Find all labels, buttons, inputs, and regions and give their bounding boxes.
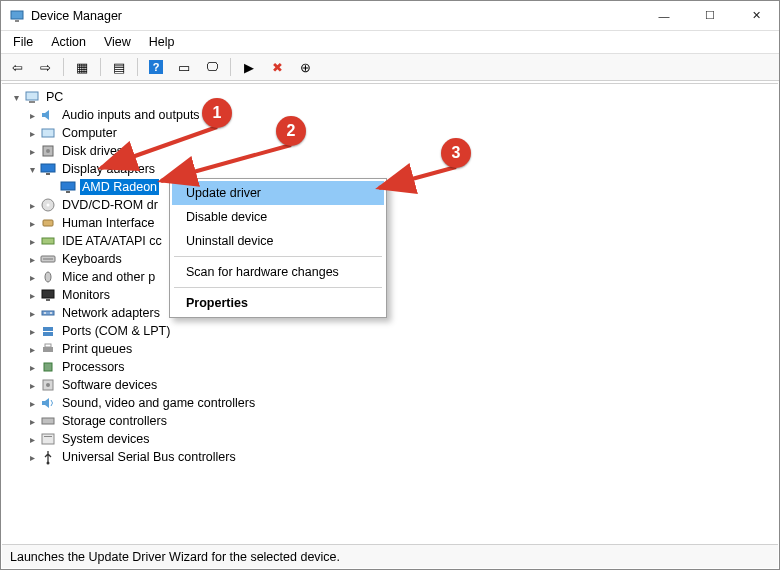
- tree-expander-icon[interactable]: ▾: [8, 92, 24, 103]
- maximize-button[interactable]: ☐: [687, 1, 733, 31]
- forward-icon: ⇨: [40, 60, 51, 75]
- toolbar-remove-button[interactable]: ✖: [265, 56, 289, 78]
- tree-category-18[interactable]: ▸Universal Serial Bus controllers: [2, 448, 778, 466]
- tree-node-label: Storage controllers: [62, 414, 167, 428]
- tree-category-13[interactable]: ▸Processors: [2, 358, 778, 376]
- tree-expander-icon[interactable]: ▸: [24, 290, 40, 301]
- svg-rect-25: [43, 332, 53, 336]
- toolbar-enable-button[interactable]: ▶: [237, 56, 261, 78]
- close-button[interactable]: ✕: [733, 1, 779, 31]
- tree-expander-icon[interactable]: ▸: [24, 128, 40, 139]
- tree-expander-icon[interactable]: ▸: [24, 200, 40, 211]
- tree-category-5[interactable]: ▸Human Interface: [2, 214, 778, 232]
- tree-expander-icon[interactable]: ▸: [24, 434, 40, 445]
- toolbar-update-driver-button[interactable]: ⊕: [293, 56, 317, 78]
- svg-rect-27: [45, 344, 51, 347]
- tree-node-label: Disk drives: [62, 144, 123, 158]
- tree-expander-icon[interactable]: ▾: [24, 164, 40, 175]
- menu-file[interactable]: File: [5, 33, 41, 51]
- toolbar-forward-button[interactable]: ⇨: [33, 56, 57, 78]
- toolbar-scan-hardware-button[interactable]: ▭: [172, 56, 196, 78]
- svg-point-7: [46, 149, 50, 153]
- tree-expander-icon[interactable]: ▸: [24, 416, 40, 427]
- tree-expander-icon[interactable]: ▸: [24, 218, 40, 229]
- tree-expander-icon[interactable]: ▸: [24, 326, 40, 337]
- tree-expander-icon[interactable]: ▸: [24, 236, 40, 247]
- tree-expander-icon[interactable]: ▸: [24, 308, 40, 319]
- svg-point-23: [50, 312, 52, 314]
- statusbar: Launches the Update Driver Wizard for th…: [2, 544, 778, 568]
- context-menu-separator: [174, 287, 382, 288]
- svg-rect-32: [42, 418, 54, 424]
- enable-icon: ▶: [244, 60, 254, 75]
- context-menu-item[interactable]: Update driver: [172, 181, 384, 205]
- tree-category-15[interactable]: ▸Sound, video and game controllers: [2, 394, 778, 412]
- tree-category-16[interactable]: ▸Storage controllers: [2, 412, 778, 430]
- tree-node-label: IDE ATA/ATAPI cc: [62, 234, 162, 248]
- svg-point-13: [47, 204, 50, 207]
- status-text: Launches the Update Driver Wizard for th…: [10, 550, 340, 564]
- tree-category-8[interactable]: ▸Mice and other p: [2, 268, 778, 286]
- context-menu[interactable]: Update driverDisable deviceUninstall dev…: [169, 178, 387, 318]
- tree-category-10[interactable]: ▸Network adapters: [2, 304, 778, 322]
- svg-marker-4: [42, 110, 49, 120]
- software-icon: [40, 377, 56, 393]
- tree-expander-icon[interactable]: ▸: [24, 146, 40, 157]
- tree-expander-icon[interactable]: ▸: [24, 380, 40, 391]
- tree-node-label: Keyboards: [62, 252, 122, 266]
- tree-category-9[interactable]: ▸Monitors: [2, 286, 778, 304]
- menu-view[interactable]: View: [96, 33, 139, 51]
- app-icon: [9, 8, 25, 24]
- tree-expander-icon[interactable]: ▸: [24, 398, 40, 409]
- device-tree[interactable]: ▾PC▸Audio inputs and outputs▸Computer▸Di…: [2, 83, 778, 543]
- tree-device-3-0[interactable]: AMD Radeon: [2, 178, 778, 196]
- tree-expander-icon[interactable]: ▸: [24, 452, 40, 463]
- tree-node-label: DVD/CD-ROM dr: [62, 198, 158, 212]
- cpu-icon: [40, 359, 56, 375]
- toolbar-back-button[interactable]: ⇦: [5, 56, 29, 78]
- context-menu-item[interactable]: Disable device: [172, 205, 384, 229]
- minimize-button[interactable]: —: [641, 1, 687, 31]
- storage-icon: [40, 413, 56, 429]
- tree-category-6[interactable]: ▸IDE ATA/ATAPI cc: [2, 232, 778, 250]
- context-menu-item[interactable]: Scan for hardware changes: [172, 260, 384, 284]
- tree-root-pc[interactable]: ▾PC: [2, 88, 778, 106]
- tree-node-label: Mice and other p: [62, 270, 155, 284]
- tree-category-0[interactable]: ▸Audio inputs and outputs: [2, 106, 778, 124]
- tree-category-2[interactable]: ▸Disk drives: [2, 142, 778, 160]
- toolbar-separator: [137, 58, 138, 76]
- tree-category-1[interactable]: ▸Computer: [2, 124, 778, 142]
- tree-expander-icon[interactable]: ▸: [24, 344, 40, 355]
- network-icon: [40, 305, 56, 321]
- tree-category-14[interactable]: ▸Software devices: [2, 376, 778, 394]
- toolbar-monitor-button[interactable]: 🖵: [200, 56, 224, 78]
- context-menu-item[interactable]: Properties: [172, 291, 384, 315]
- tree-category-7[interactable]: ▸Keyboards: [2, 250, 778, 268]
- svg-rect-24: [43, 327, 53, 331]
- toolbar-properties-button[interactable]: ▤: [107, 56, 131, 78]
- tree-expander-icon[interactable]: ▸: [24, 110, 40, 121]
- tree-category-4[interactable]: ▸DVD/CD-ROM dr: [2, 196, 778, 214]
- tree-expander-icon[interactable]: ▸: [24, 254, 40, 265]
- back-icon: ⇦: [12, 60, 23, 75]
- tree-expander-icon[interactable]: ▸: [24, 272, 40, 283]
- svg-rect-9: [46, 173, 50, 175]
- toolbar-help-button[interactable]: ?: [144, 56, 168, 78]
- device-manager-window: Device Manager — ☐ ✕ FileActionViewHelp …: [0, 0, 780, 570]
- tree-expander-icon[interactable]: ▸: [24, 362, 40, 373]
- tree-category-3[interactable]: ▾Display adapters: [2, 160, 778, 178]
- tree-node-label: Monitors: [62, 288, 110, 302]
- tree-category-12[interactable]: ▸Print queues: [2, 340, 778, 358]
- menu-help[interactable]: Help: [141, 33, 183, 51]
- tree-category-17[interactable]: ▸System devices: [2, 430, 778, 448]
- menu-action[interactable]: Action: [43, 33, 94, 51]
- annotation-badge-3: 3: [441, 138, 471, 168]
- toolbar-show-hide-button[interactable]: ▦: [70, 56, 94, 78]
- context-menu-item[interactable]: Uninstall device: [172, 229, 384, 253]
- svg-rect-19: [42, 290, 54, 298]
- toolbar: ⇦⇨▦▤?▭🖵▶✖⊕: [1, 53, 779, 81]
- svg-rect-0: [11, 11, 23, 19]
- tree-node-label: Ports (COM & LPT): [62, 324, 170, 338]
- svg-rect-20: [46, 299, 50, 301]
- tree-category-11[interactable]: ▸Ports (COM & LPT): [2, 322, 778, 340]
